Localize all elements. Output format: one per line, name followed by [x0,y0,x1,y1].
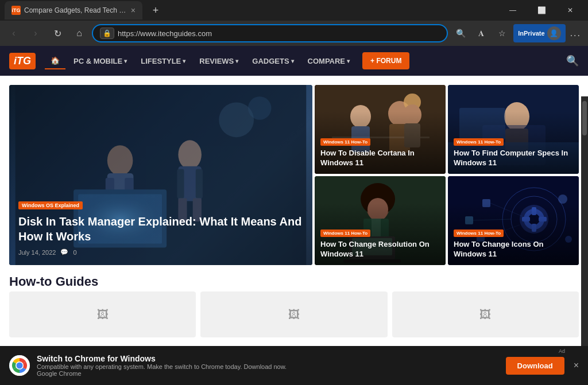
nav-links: 🏠 PC & MOBILE ▾ LIFESTYLE ▾ REVIEWS ▾ GA… [45,52,560,69]
howto-card-3[interactable]: 🖼 [392,291,579,337]
nav-lifestyle[interactable]: LIFESTYLE ▾ [135,53,191,69]
ad-close-button[interactable]: × [574,360,579,371]
svg-point-46 [528,213,540,225]
scroll-thumb[interactable] [582,101,587,135]
more-button[interactable]: ... [568,28,583,38]
hero-comments: 0 [73,249,76,256]
svg-point-22 [404,94,421,111]
hero-main-image: Windows OS Explained Disk In Task Manage… [9,85,312,265]
card-2-badge: Windows 11 How-To [454,138,504,146]
minimize-button[interactable]: — [500,2,526,19]
nav-reviews[interactable]: REVIEWS ▾ [194,53,244,69]
card-disable-cortana[interactable]: Windows 11 How-To How To Disable Cortana… [315,85,446,174]
nav-gadgets[interactable]: GADGETS ▾ [246,53,299,69]
refresh-button[interactable]: ↻ [48,24,67,42]
active-tab[interactable]: iTG Compare Gadgets, Read Tech G... × [5,1,142,20]
svg-line-57 [473,219,511,220]
address-bar[interactable]: 🔒 https://www.itechguides.com [92,24,448,42]
card-4-title: How To Change Icons On Windows 11 [454,240,573,259]
home-button[interactable]: ⌂ [70,24,88,42]
forward-button[interactable]: › [26,24,45,42]
card-3-content: Windows 11 How-To How To Change Resoluti… [320,227,440,259]
svg-rect-51 [482,199,490,207]
nav-bar: ‹ › ↻ ⌂ 🔒 https://www.itechguides.com 🔍 … [0,21,588,46]
ad-text-content: Switch to Chrome for Windows Compatible … [37,354,499,377]
svg-point-33 [361,183,395,215]
svg-rect-52 [465,216,473,224]
howto-card-2[interactable]: 🖼 [200,291,387,337]
svg-rect-5 [177,169,184,199]
howto-placeholder-3: 🖼 [479,308,491,321]
site-search-icon[interactable]: 🔍 [566,55,579,67]
ad-label: Ad [559,348,565,354]
card-4-badge: Windows 11 How-To [454,230,504,237]
card-2-image: Windows 11 How-To How To Find Computer S… [448,85,579,174]
card-1-title: How To Disable Cortana In Windows 11 [320,149,440,168]
svg-rect-47 [532,207,536,215]
hero-main-article[interactable]: Windows OS Explained Disk In Task Manage… [9,85,312,265]
svg-point-23 [403,104,421,125]
new-tab-button[interactable]: + [147,2,164,19]
svg-rect-49 [522,217,530,221]
svg-point-17 [350,105,371,128]
close-button[interactable]: ✕ [557,2,583,19]
title-bar: iTG Compare Gadgets, Read Tech G... × + … [0,0,588,21]
svg-point-2 [248,96,272,120]
card-computer-specs[interactable]: Windows 11 How-To How To Find Computer S… [448,85,579,174]
maximize-button[interactable]: ⬜ [528,2,555,19]
svg-point-61 [17,363,23,369]
tab-favicon: iTG [11,6,21,15]
card-change-resolution[interactable]: Windows 11 How-To How To Change Resoluti… [315,176,446,265]
favorites-button[interactable]: ☆ [493,24,511,42]
inprivate-button[interactable]: InPrivate 👤 [513,24,565,42]
howto-card-1[interactable]: 🖼 [9,291,196,337]
search-browser-button[interactable]: 🔍 [451,24,470,42]
svg-rect-6 [196,169,203,199]
browser-window: iTG Compare Gadgets, Read Tech G... × + … [0,0,588,385]
hero-date: July 14, 2022 [18,249,56,256]
content-area: Windows OS Explained Disk In Task Manage… [0,76,588,385]
window-controls: — ⬜ ✕ [500,2,583,19]
forum-button[interactable]: + FORUM [362,52,409,69]
svg-point-3 [178,140,202,169]
card-4-image: Windows 11 How-To How To Change Icons On… [448,176,579,265]
ad-description: Compatible with any operating system. Ma… [37,363,499,377]
chrome-logo [9,355,30,376]
hero-meta: July 14, 2022 💬 0 [18,248,303,256]
card-change-icons[interactable]: Windows 11 How-To How To Change Icons On… [448,176,579,265]
tab-close-button[interactable]: × [131,6,136,15]
card-1-badge: Windows 11 How-To [320,138,370,146]
nav-home[interactable]: 🏠 [45,53,65,69]
address-text: https://www.itechguides.com [118,29,440,38]
card-1-image: Windows 11 How-To How To Disable Cortana… [315,85,446,174]
hero-title: Disk In Task Manager Explained: What It … [18,214,303,244]
howto-placeholder-2: 🖼 [288,308,300,321]
svg-line-56 [490,203,523,216]
profile-avatar: 👤 [547,26,561,40]
nav-pc-mobile[interactable]: PC & MOBILE ▾ [68,53,133,69]
site-logo[interactable]: iTG [9,53,36,69]
comment-icon: 💬 [60,248,68,256]
back-button[interactable]: ‹ [5,24,23,42]
card-3-title: How To Change Resolution On Windows 11 [320,240,440,259]
svg-point-26 [504,102,529,131]
svg-point-34 [368,198,388,221]
howto-placeholder-1: 🖼 [97,308,109,321]
read-aloud-button[interactable]: 𝐀 [472,24,490,42]
scrollbar[interactable] [581,96,588,385]
nav-right-buttons: 🔍 𝐀 ☆ InPrivate 👤 ... [451,24,583,42]
nav-compare[interactable]: COMPARE ▾ [302,53,355,69]
card-2-title: How To Find Computer Specs In Windows 11 [454,149,573,168]
hero-badge: Windows OS Explained [18,201,83,209]
svg-rect-30 [459,108,505,139]
card-2-content: Windows 11 How-To How To Find Computer S… [454,135,573,168]
hero-grid: Windows OS Explained Disk In Task Manage… [9,85,579,265]
svg-rect-40 [343,259,401,263]
svg-point-19 [388,101,411,126]
howto-section: How-to Guides 🖼 🖼 🖼 [9,274,579,337]
ad-download-button[interactable]: Download [506,357,564,375]
tab-title: Compare Gadgets, Read Tech G... [24,6,127,14]
card-3-image: Windows 11 How-To How To Change Resoluti… [315,176,446,265]
website-content: iTG 🏠 PC & MOBILE ▾ LIFESTYLE ▾ REVIEWS … [0,46,588,385]
logo-text: iTG [14,55,31,67]
